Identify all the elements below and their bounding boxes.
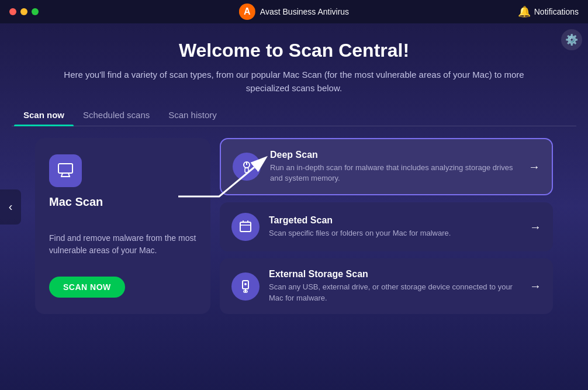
avast-logo: A (239, 4, 255, 20)
page-title: Welcome to Scan Central! (12, 40, 576, 61)
mac-scan-title: Mac Scan (49, 195, 196, 209)
mac-scan-icon (49, 154, 82, 187)
svg-point-14 (244, 283, 247, 285)
content-area: Mac Scan Find and remove malware from th… (12, 138, 576, 314)
targeted-scan-icon (231, 213, 260, 241)
nav-back-button[interactable]: ‹ (0, 189, 21, 225)
svg-rect-9 (240, 222, 251, 232)
svg-text:A: A (244, 6, 251, 16)
notifications-button[interactable]: 🔔 Notifications (518, 5, 579, 18)
tabs-bar: Scan now Scheduled scans Scan history (12, 104, 576, 126)
targeted-scan-option[interactable]: Targeted Scan Scan specific files or fol… (220, 202, 553, 251)
targeted-scan-content: Targeted Scan Scan specific files or fol… (269, 215, 520, 239)
deep-scan-description: Run an in-depth scan for malware that in… (270, 163, 519, 184)
deep-scan-arrow: → (528, 160, 540, 174)
deep-scan-icon (233, 153, 261, 181)
svg-rect-2 (58, 164, 72, 173)
svg-rect-8 (245, 168, 248, 172)
tab-scheduled-scans[interactable]: Scheduled scans (74, 104, 159, 126)
titlebar: A Avast Business Antivirus 🔔 Notificatio… (0, 0, 588, 23)
page-subtitle: Here you'll find a variety of scan types… (43, 68, 545, 95)
settings-icon: ⚙️ (565, 33, 578, 46)
traffic-lights (9, 8, 39, 15)
back-arrow-icon: ‹ (9, 200, 13, 213)
deep-scan-content: Deep Scan Run an in-depth scan for malwa… (270, 150, 519, 184)
targeted-scan-arrow: → (530, 220, 541, 234)
external-storage-scan-option[interactable]: External Storage Scan Scan any USB, exte… (220, 258, 553, 313)
notifications-label: Notifications (534, 7, 579, 16)
close-button[interactable] (9, 8, 16, 15)
targeted-scan-title: Targeted Scan (269, 215, 520, 226)
tab-scan-now[interactable]: Scan now (14, 104, 74, 126)
scan-options-list: Deep Scan Run an in-depth scan for malwa… (220, 138, 553, 314)
external-storage-content: External Storage Scan Scan any USB, exte… (269, 269, 520, 303)
tab-scan-history[interactable]: Scan history (159, 104, 226, 126)
app-title: Avast Business Antivirus (260, 7, 349, 16)
mac-scan-description: Find and remove malware from the most vu… (49, 232, 196, 265)
settings-button[interactable]: ⚙️ (561, 29, 582, 50)
scan-now-button[interactable]: SCAN NOW (49, 277, 125, 298)
external-storage-arrow: → (530, 279, 541, 293)
mac-scan-card: Mac Scan Find and remove malware from th… (35, 138, 210, 314)
external-storage-icon (231, 272, 260, 301)
deep-scan-title: Deep Scan (270, 150, 519, 160)
minimize-button[interactable] (20, 8, 27, 15)
external-storage-title: External Storage Scan (269, 269, 520, 279)
external-storage-description: Scan any USB, external drive, or other s… (269, 282, 520, 303)
header-section: Welcome to Scan Central! Here you'll fin… (12, 23, 576, 104)
titlebar-center: A Avast Business Antivirus (239, 4, 349, 20)
maximize-button[interactable] (32, 8, 39, 15)
deep-scan-option[interactable]: Deep Scan Run an in-depth scan for malwa… (220, 138, 553, 195)
bell-icon: 🔔 (518, 5, 531, 18)
main-content: ‹ ⚙️ Welcome to Scan Central! Here you'l… (0, 23, 588, 390)
targeted-scan-description: Scan specific files or folders on your M… (269, 228, 520, 239)
